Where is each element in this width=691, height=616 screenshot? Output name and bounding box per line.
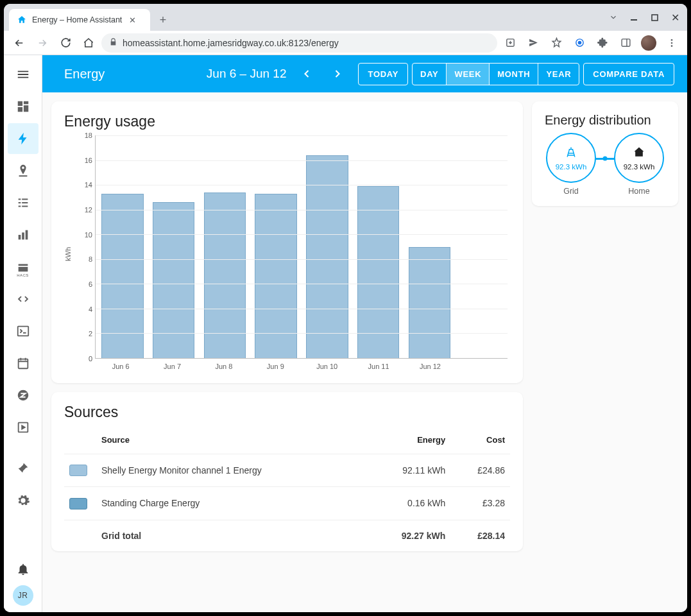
sidebar-item-logbook[interactable] [8,187,38,218]
back-button[interactable] [9,33,30,53]
sources-header-source: Source [96,426,365,454]
svg-rect-12 [23,105,28,112]
sources-card: Sources Source Energy Cost Shelly Energy… [51,392,523,551]
svg-point-8 [671,42,673,44]
svg-rect-1 [652,15,658,21]
energy-usage-title: Energy usage [64,113,510,130]
chart-ytick: 8 [89,255,92,263]
chart-xtick: Jun 7 [146,359,198,373]
sidebar-item-code[interactable] [8,284,38,314]
period-month[interactable]: MONTH [490,64,538,85]
svg-rect-16 [25,230,28,240]
prev-period-button[interactable] [296,64,317,84]
transmission-tower-icon [565,146,577,162]
bookmark-icon[interactable] [546,33,567,53]
browser-toolbar: homeassistant.home.jamesridgway.co.uk:81… [4,31,687,55]
chart-ylabel: kWh [64,247,72,261]
reload-button[interactable] [55,33,76,53]
today-button[interactable]: TODAY [358,63,408,85]
svg-rect-13 [17,107,22,112]
chart-bar[interactable] [306,155,348,358]
menu-button[interactable] [8,59,38,90]
sidebar: HACS JR [4,55,42,612]
chart-ytick: 2 [89,330,92,338]
svg-rect-15 [22,232,24,239]
home-assistant-favicon-icon [17,15,27,25]
sidebar-item-map[interactable] [8,155,38,186]
browser-tab[interactable]: Energy – Home Assistant ✕ [9,9,150,31]
chart-ytick: 4 [89,305,92,313]
date-range[interactable]: Jun 6 – Jun 12 [207,67,287,81]
chart-ytick: 10 [85,231,92,239]
sidebar-item-terminal[interactable] [8,316,38,346]
user-avatar[interactable]: JR [13,585,33,606]
svg-point-9 [671,45,673,47]
shield-icon[interactable] [569,33,590,53]
svg-rect-11 [23,101,28,105]
side-panel-icon[interactable] [615,33,636,53]
distribution-title: Energy distribution [545,113,665,128]
chart-bar[interactable] [409,247,450,359]
svg-point-4 [578,41,581,44]
home-button[interactable] [78,33,99,53]
period-year[interactable]: YEAR [538,64,579,85]
sources-title: Sources [64,404,510,421]
distribution-home-node[interactable]: 92.3 kWh Home [614,133,664,196]
svg-rect-18 [18,359,28,369]
window-maximize-icon[interactable] [646,9,663,26]
chart-ytick: 14 [85,181,92,189]
chart-ytick: 0 [89,355,92,363]
chrome-menu-icon[interactable] [661,33,682,53]
sidebar-item-calendar[interactable] [8,348,38,379]
sidebar-item-history[interactable] [8,219,38,250]
chart-xtick: Jun 8 [198,359,250,373]
chart-xtick: Jun 9 [250,359,301,373]
close-tab-icon[interactable]: ✕ [127,15,137,25]
energy-distribution-card: Energy distribution 92.3 kWh Grid [532,101,678,206]
chart-ytick: 16 [85,157,92,164]
sources-row[interactable]: Standing Charge Energy0.16 kWh£3.28 [64,487,510,520]
svg-rect-17 [17,327,28,336]
notifications-icon[interactable] [8,562,38,576]
browser-overflow-icon[interactable] [605,9,622,26]
chart-ytick: 18 [85,132,92,139]
app-header: Energy Jun 6 – Jun 12 TODAY DAYWEEKMONTH… [42,55,687,92]
distribution-link [595,158,615,160]
sidebar-item-settings[interactable] [8,485,38,516]
new-tab-button[interactable]: + [154,11,172,29]
sidebar-item-overview[interactable] [8,91,38,122]
chart-xtick: Jun 6 [95,359,146,373]
sidebar-item-energy[interactable] [8,123,38,154]
period-selector: DAYWEEKMONTHYEAR [412,63,579,85]
period-day[interactable]: DAY [413,64,447,85]
chart-xtick: Jun 10 [302,359,353,373]
window-minimize-icon[interactable] [626,9,642,26]
sources-row[interactable]: Shelly Energy Monitor channel 1 Energy92… [64,454,510,487]
chart-xtick: Jun 12 [404,359,456,373]
sources-table: Source Energy Cost Shelly Energy Monitor… [64,426,510,551]
sidebar-item-hacs[interactable]: HACS [8,252,38,282]
browser-tab-title: Energy – Home Assistant [32,15,122,24]
extensions-icon[interactable] [592,33,613,53]
sidebar-item-media[interactable] [8,412,38,443]
compare-data-button[interactable]: COMPARE DATA [583,63,674,85]
svg-point-7 [671,39,673,41]
forward-button[interactable] [32,33,53,53]
next-period-button[interactable] [327,64,348,84]
send-icon[interactable] [523,33,543,53]
chart-ytick: 12 [85,206,92,214]
period-week[interactable]: WEEK [447,64,490,85]
sidebar-item-zigbee[interactable] [8,380,38,411]
install-app-icon[interactable] [500,33,520,53]
distribution-grid-node[interactable]: 92.3 kWh Grid [546,133,596,196]
chart-bar[interactable] [357,186,399,358]
window-close-icon[interactable]: ✕ [667,9,683,26]
energy-usage-card: Energy usage kWh 024681012141618 Jun 6Ju… [51,101,523,383]
chart-bar[interactable] [153,202,194,358]
chart-xtick: Jun 11 [353,359,404,373]
profile-avatar[interactable] [638,33,659,53]
address-bar[interactable]: homeassistant.home.jamesridgway.co.uk:81… [101,33,497,53]
sources-header-energy: Energy [365,426,450,454]
energy-usage-chart: kWh 024681012141618 Jun 6Jun 7Jun 8Jun 9… [64,135,510,373]
sidebar-item-devtools[interactable] [8,453,38,484]
